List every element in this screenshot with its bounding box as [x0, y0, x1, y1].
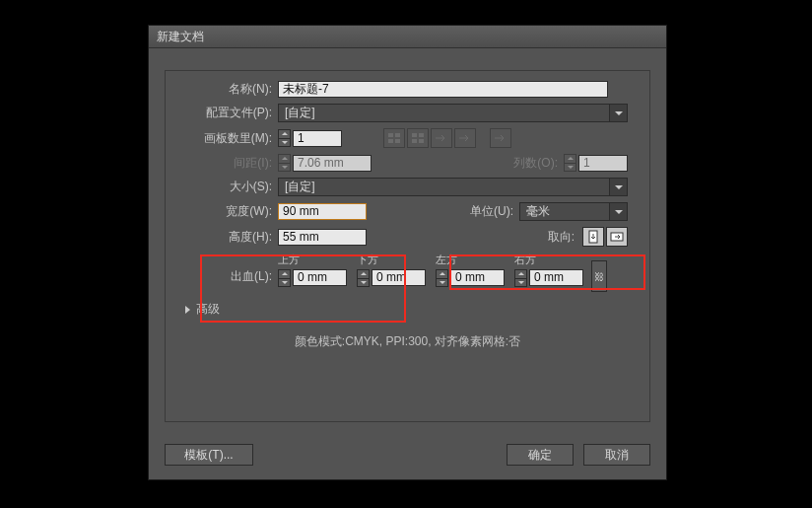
dialog-footer: 模板(T)... 确定 取消 — [165, 444, 650, 466]
unit-select[interactable]: 毫米 — [519, 202, 628, 221]
orient-label: 取向: — [506, 229, 580, 246]
orientation-portrait[interactable] — [582, 227, 604, 247]
artboards-input[interactable] — [293, 130, 342, 147]
dialog-title: 新建文档 — [149, 26, 666, 48]
name-label: 名称(N): — [173, 81, 278, 98]
spacing-stepper — [278, 154, 291, 172]
bleed-top-input[interactable] — [293, 269, 347, 286]
cancel-button[interactable]: 取消 — [583, 444, 650, 466]
cols-label: 列数(O): — [489, 155, 564, 172]
height-label: 高度(H): — [173, 229, 278, 246]
chevron-down-icon — [609, 203, 627, 220]
artboards-stepper[interactable] — [278, 129, 291, 147]
bleed-bottom-stepper[interactable] — [357, 269, 370, 287]
svg-rect-5 — [419, 133, 424, 137]
ok-button[interactable]: 确定 — [507, 444, 574, 466]
cols-stepper — [564, 154, 576, 172]
row-ltr-icon — [431, 128, 452, 148]
bleed-left-input[interactable] — [450, 269, 505, 286]
svg-rect-0 — [388, 133, 393, 137]
profile-select[interactable]: [自定] — [278, 104, 628, 122]
height-input[interactable] — [278, 229, 367, 246]
svg-rect-1 — [395, 133, 400, 137]
orientation-landscape[interactable] — [606, 227, 628, 247]
bleed-bottom-label: 下方 — [357, 253, 426, 267]
svg-rect-3 — [395, 139, 400, 143]
unit-label: 单位(U): — [444, 203, 519, 220]
profile-label: 配置文件(P): — [173, 105, 278, 121]
row-rtl-icon — [454, 128, 476, 148]
grid-by-col-icon — [407, 128, 429, 148]
width-input[interactable] — [278, 203, 367, 220]
artboards-label: 画板数里(M): — [173, 130, 278, 147]
chevron-down-icon — [609, 105, 627, 121]
svg-rect-4 — [412, 133, 417, 137]
bleed-right-stepper[interactable] — [514, 269, 527, 287]
cols-input — [578, 155, 628, 172]
bleed-top-label: 上方 — [278, 253, 347, 267]
bleed-label: 出血(L): — [173, 268, 278, 287]
bleed-top-stepper[interactable] — [278, 269, 291, 287]
advanced-toggle[interactable]: 高级 — [185, 301, 649, 318]
spacing-input — [293, 155, 372, 172]
spacing-label: 间距(I): — [173, 155, 278, 172]
mode-summary: 颜色模式:CMYK, PPI:300, 对齐像素网格:否 — [166, 333, 649, 350]
width-label: 宽度(W): — [173, 203, 278, 220]
name-input[interactable] — [278, 81, 608, 98]
bleed-bottom-input[interactable] — [372, 269, 426, 286]
bleed-right-input[interactable] — [529, 269, 583, 286]
grid-by-row-icon — [383, 128, 405, 148]
single-row-icon — [490, 128, 511, 148]
template-button[interactable]: 模板(T)... — [165, 444, 253, 466]
svg-rect-7 — [419, 139, 424, 143]
panel: 名称(N): 配置文件(P): [自定] 画板数里(M): — [165, 70, 650, 422]
size-label: 大小(S): — [173, 179, 278, 195]
bleed-right-label: 右方 — [514, 253, 583, 267]
svg-rect-2 — [388, 139, 393, 143]
size-select[interactable]: [自定] — [278, 178, 628, 196]
bleed-left-stepper[interactable] — [436, 269, 448, 287]
link-icon[interactable]: ⛓ — [591, 260, 607, 292]
chevron-down-icon — [609, 179, 627, 195]
svg-rect-6 — [412, 139, 417, 143]
new-document-dialog: 新建文档 名称(N): 配置文件(P): [自定] 画板数里(M): — [148, 25, 667, 480]
bleed-left-label: 左方 — [436, 253, 505, 267]
